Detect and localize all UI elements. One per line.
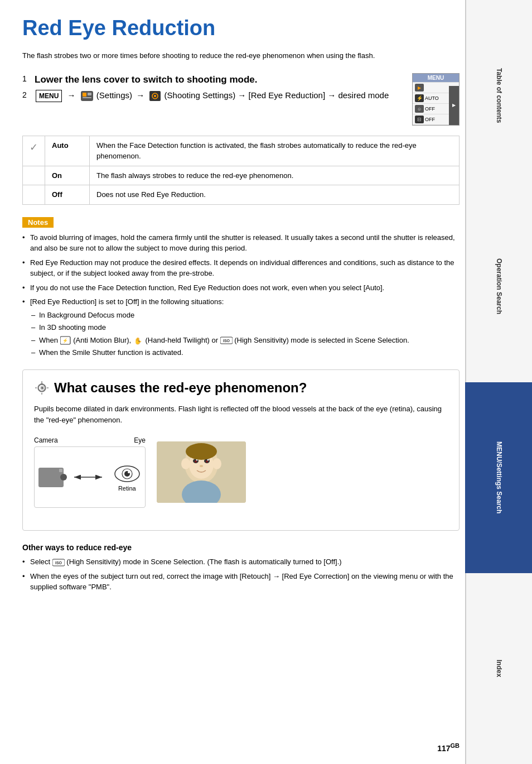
main-content: Red Eye Reduction The flash strobes two … xyxy=(22,0,460,618)
settings-label: (Settings) xyxy=(96,90,132,100)
hand-twilight-icon: ✋ * xyxy=(133,336,143,345)
svg-text:▶: ▶ xyxy=(418,85,422,90)
red-eye-question-title: What causes the red-eye phenomenon? xyxy=(54,380,307,396)
step-2-number: 2 xyxy=(22,89,30,101)
anti-motion-blur-icon: ⚡ xyxy=(60,336,71,345)
notes-item-2: Red Eye Reduction may not produce the de… xyxy=(22,257,460,279)
diagram-left: Camera Eye xyxy=(34,436,146,508)
svg-text:⚡: ⚡ xyxy=(417,95,423,102)
notes-badge: Notes xyxy=(22,217,54,228)
checkmark-icon: ✓ xyxy=(30,142,38,153)
red-eye-title: ☀ What causes the red-eye phenomenon? xyxy=(34,380,448,396)
sidebar-contents-label: Table of contents xyxy=(495,68,503,123)
check-auto: ✓ xyxy=(23,136,45,166)
svg-point-42 xyxy=(207,459,209,461)
red-eye-desc: Pupils become dilated in dark environmen… xyxy=(34,403,448,427)
shooting-label: (Shooting Settings) → [Red Eye Reduction… xyxy=(165,90,389,100)
svg-text:⊟: ⊟ xyxy=(417,117,422,122)
flash-indicator xyxy=(59,469,62,472)
notes-list: To avoid blurring of images, hold the ca… xyxy=(22,232,460,358)
mode-off: Off xyxy=(45,185,90,205)
svg-point-35 xyxy=(128,471,130,473)
svg-text:☀: ☀ xyxy=(40,385,45,391)
step-1-number: 1 xyxy=(22,73,30,85)
camera-menu-display: MENU ▶ ⚡ AUTO ☺ OFF xyxy=(412,73,460,126)
sub-item-4: When the Smile Shutter function is activ… xyxy=(30,347,460,358)
diagram-section: Camera Eye xyxy=(34,436,448,508)
notes-item-3: If you do not use the Face Detection fun… xyxy=(22,282,460,294)
step-1: 1 Lower the lens cover to switch to shoo… xyxy=(22,73,395,87)
svg-point-6 xyxy=(154,95,156,97)
svg-point-46 xyxy=(212,458,221,469)
sidebar-tab-index[interactable]: Index xyxy=(465,573,532,764)
sidebar-tab-menu[interactable]: MENU/Settings Search xyxy=(465,382,532,573)
svg-rect-2 xyxy=(88,93,91,95)
baby-photo-svg xyxy=(157,441,246,503)
svg-rect-3 xyxy=(83,97,91,98)
diagram-arrow xyxy=(71,469,105,486)
camera-shape-container xyxy=(38,468,64,487)
flash-icon: ⚡ xyxy=(415,94,424,102)
step-2: 2 MENU → (Settings) → xyxy=(22,89,395,102)
step-2-text: MENU → (Settings) → xyxy=(35,89,389,102)
svg-text:*: * xyxy=(138,339,140,344)
shooting-icon xyxy=(149,91,161,101)
red-eye-section: ☀ What causes the red-eye phenomenon? Pu… xyxy=(22,369,460,531)
high-sensitivity-icon: ISO xyxy=(220,336,233,345)
mode-icon: ▶ xyxy=(415,84,424,92)
sidebar-tab-operation[interactable]: Operation Search xyxy=(465,191,532,382)
right-sidebar: Table of contents Operation Search MENU/… xyxy=(465,0,532,764)
svg-text:ISO: ISO xyxy=(55,561,62,565)
timer-icon: ☺ xyxy=(415,105,424,113)
step-1-text: Lower the lens cover to switch to shooti… xyxy=(35,73,258,87)
desc-on: The flash always strobes to reduce the r… xyxy=(90,166,460,185)
options-table: ✓ Auto When the Face Detection function … xyxy=(22,136,460,205)
diagram-box: Retina xyxy=(34,446,146,508)
page-suffix: GB xyxy=(451,742,460,749)
camera-lens xyxy=(60,474,67,480)
camera-label: Camera xyxy=(34,436,58,444)
page-number: 117GB xyxy=(437,742,460,753)
mode-on: On xyxy=(45,166,90,185)
steps-section: 1 Lower the lens cover to switch to shoo… xyxy=(22,73,460,126)
other-ways-section: Other ways to reduce red-eye Select ISO … xyxy=(22,543,460,593)
notes-item-1: To avoid blurring of images, hold the ca… xyxy=(22,232,460,254)
sub-list: In Background Defocus mode In 3D shootin… xyxy=(30,310,460,358)
sub-item-3: When ⚡ (Anti Motion Blur), ✋ * (Hand-hel… xyxy=(30,335,460,346)
bracket-icon: ⊟ xyxy=(415,116,424,123)
svg-point-49 xyxy=(206,460,208,463)
svg-point-45 xyxy=(181,458,190,469)
other-ways-item-1: Select ISO (High Sensitivity) mode in Sc… xyxy=(22,556,460,568)
retina-label-text: Retina xyxy=(118,485,136,492)
check-off xyxy=(23,185,45,205)
check-on xyxy=(23,166,45,185)
intro-text: The flash strobes two or more times befo… xyxy=(22,50,460,62)
notes-section: Notes To avoid blurring of images, hold … xyxy=(22,217,460,358)
other-ways-list: Select ISO (High Sensitivity) mode in Sc… xyxy=(22,556,460,593)
sidebar-operation-label: Operation Search xyxy=(495,258,503,314)
mode-auto: Auto xyxy=(45,136,90,166)
page-title: Red Eye Reduction xyxy=(22,17,460,40)
eye-label: Eye xyxy=(134,436,146,444)
table-row: ✓ Auto When the Face Detection function … xyxy=(23,136,460,166)
page-num-text: 117 xyxy=(437,744,450,753)
arrow-1: → xyxy=(67,90,76,100)
table-row: On The flash always strobes to reduce th… xyxy=(23,166,460,185)
tip-icon: ☀ xyxy=(34,380,50,396)
eye-container: Retina xyxy=(113,463,141,492)
sidebar-tab-contents[interactable]: Table of contents xyxy=(465,0,532,191)
desc-auto: When the Face Detection function is acti… xyxy=(90,136,460,166)
other-ways-item-2: When the eyes of the subject turn out re… xyxy=(22,571,460,593)
steps-left: 1 Lower the lens cover to switch to shoo… xyxy=(22,73,395,106)
svg-point-44 xyxy=(186,443,217,460)
notes-item-4: [Red Eye Reduction] is set to [Off] in t… xyxy=(22,296,460,358)
menu-row-menu: MENU xyxy=(413,74,459,83)
svg-text:⚡: ⚡ xyxy=(62,338,68,343)
eye-diagram xyxy=(113,463,141,485)
svg-text:☺: ☺ xyxy=(417,107,422,112)
baby-photo xyxy=(157,441,246,503)
sub-item-1: In Background Defocus mode xyxy=(30,310,460,321)
settings-icon xyxy=(81,91,93,101)
sub-item-2: In 3D shooting mode xyxy=(30,322,460,333)
arrow-2: → xyxy=(136,90,144,100)
